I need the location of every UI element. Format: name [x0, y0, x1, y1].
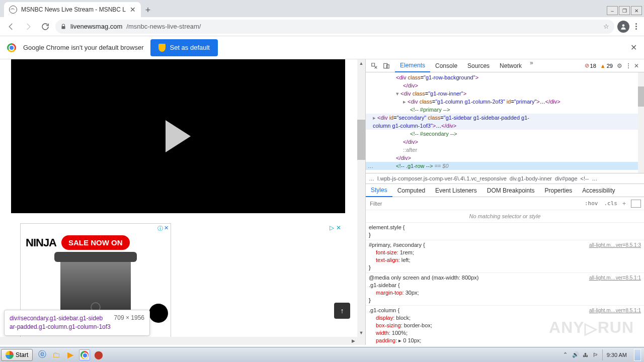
devtools-menu-button[interactable]	[626, 63, 631, 68]
scroll-down-arrow-icon[interactable]: ▼	[357, 329, 365, 337]
styles-tab-styles[interactable]: Styles	[366, 184, 392, 197]
devtools-tab-network[interactable]: Network	[495, 59, 527, 72]
devtools-panel: Elements Console Sources Network » ⊘18 ▲…	[365, 59, 644, 345]
devtools-tab-sources[interactable]: Sources	[462, 59, 495, 72]
bookmark-star-icon[interactable]: ☆	[603, 23, 609, 30]
window-maximize-button[interactable]: ❐	[619, 6, 630, 15]
no-match-message: No matching selector or style	[366, 210, 644, 223]
css-rules-pane[interactable]: element.style { } all-light.m…ver=8.5.1:…	[366, 223, 644, 345]
styles-tab-computed[interactable]: Computed	[392, 184, 430, 197]
dom-tree[interactable]: <div class="g1-row-background"> </div> <…	[366, 72, 644, 173]
devtools-close-button[interactable]: ✕	[632, 62, 641, 69]
styles-tabs: Styles Computed Event Listeners DOM Brea…	[366, 184, 644, 197]
error-count-badge[interactable]: ⊘18	[585, 62, 596, 69]
rule-source-link[interactable]: all-light.m…ver=8.5.1:1	[589, 274, 641, 282]
ad-product-image	[60, 256, 131, 316]
browser-tab[interactable]: MSNBC News Live Stream - MSNBC L ✕	[4, 2, 141, 17]
scrollbar-thumb[interactable]	[357, 120, 365, 160]
titlebar: MSNBC News Live Stream - MSNBC L ✕ + – ❐…	[0, 0, 644, 17]
taskbar-explorer-icon[interactable]: 🗀	[51, 349, 62, 360]
system-tray: ⌃ 🔊 🖧 🏳 9:30 AM	[562, 349, 643, 361]
page-scrollbar-horizontal[interactable]: ▶	[0, 337, 357, 345]
shield-icon	[158, 44, 166, 52]
chrome-icon	[7, 43, 16, 52]
styles-tab-properties[interactable]: Properties	[539, 184, 577, 197]
set-default-button[interactable]: Set as default	[150, 39, 218, 56]
scroll-to-top-button[interactable]: ↑	[334, 303, 350, 319]
video-player[interactable]	[11, 59, 345, 213]
styles-filter-bar: :hov .cls +	[366, 197, 644, 210]
page-scrollbar-vertical[interactable]: ▲ ▼	[357, 59, 365, 345]
play-icon[interactable]	[166, 120, 191, 152]
dom-scrollbar[interactable]	[638, 72, 644, 173]
styles-tab-accessibility[interactable]: Accessibility	[577, 184, 620, 197]
ad-brand: NINJA	[26, 236, 56, 249]
nav-forward-button[interactable]	[21, 20, 35, 34]
rule-source-link[interactable]: all-light.m…ver=8.5.1:1	[589, 307, 641, 314]
ad-close-icon[interactable]: ✕	[164, 225, 169, 232]
profile-avatar[interactable]	[617, 21, 629, 33]
start-label: Start	[16, 351, 28, 358]
ad-info-icon[interactable]: ⓘ	[157, 225, 163, 232]
main-area: ⓘ ✕ NINJA SALE NOW ON ▷ ✕ ↑ 709 × 1956 d…	[0, 59, 644, 345]
styles-filter-input[interactable]	[366, 197, 582, 210]
tray-flag-icon[interactable]: 🏳	[592, 351, 599, 358]
ad-sale-pill: SALE NOW ON	[61, 235, 130, 250]
favicon-globe-icon	[9, 6, 17, 14]
windows-orb-icon	[6, 351, 14, 359]
show-desktop-button[interactable]	[634, 349, 641, 361]
page-viewport: ⓘ ✕ NINJA SALE NOW ON ▷ ✕ ↑ 709 × 1956 d…	[0, 59, 365, 345]
hov-toggle[interactable]: :hov	[582, 200, 601, 207]
dom-breadcrumb[interactable]: … l.wpb-js-composer.js-comp-ver-6\.4\.1.…	[366, 173, 644, 184]
rule-source-link[interactable]: all-light.m…ver=8.5.1:3	[589, 241, 641, 249]
devtools-tabs-overflow[interactable]: »	[527, 59, 536, 72]
devtools-header: Elements Console Sources Network » ⊘18 ▲…	[366, 59, 644, 72]
warning-count-badge[interactable]: ▲29	[600, 63, 613, 69]
taskbar-chrome-icon[interactable]	[79, 349, 90, 360]
tab-close-icon[interactable]: ✕	[130, 6, 136, 14]
default-browser-message: Google Chrome isn't your default browser	[23, 44, 143, 51]
dom-overflow-icon[interactable]: ⋯	[368, 164, 373, 172]
taskbar-media-icon[interactable]: ▶	[65, 349, 76, 360]
cls-toggle[interactable]: .cls	[601, 200, 620, 207]
ad-close-right-icon[interactable]: ✕	[336, 224, 341, 231]
taskbar-app-icon[interactable]: ⬤	[93, 349, 104, 360]
window-minimize-button[interactable]: –	[607, 6, 618, 15]
inspect-element-button[interactable]	[369, 61, 380, 71]
new-style-rule-button[interactable]: +	[620, 200, 628, 207]
computed-pane-toggle-icon[interactable]	[631, 200, 641, 208]
tab-title: MSNBC News Live Stream - MSNBC L	[21, 6, 126, 13]
nav-reload-button[interactable]	[38, 20, 52, 34]
device-toolbar-button[interactable]	[381, 61, 392, 71]
chrome-menu-button[interactable]	[632, 23, 640, 30]
set-default-label: Set as default	[170, 44, 210, 51]
tray-volume-icon[interactable]: 🔊	[572, 351, 579, 358]
floating-action-dark[interactable]	[149, 304, 168, 323]
taskbar-clock[interactable]: 9:30 AM	[602, 349, 631, 360]
url-toolbar: livenewsmag.com/msnbc-news-live-stream/ …	[0, 17, 644, 36]
taskbar-ie-icon[interactable]: ⓔ	[37, 349, 48, 360]
start-button[interactable]: Start	[1, 349, 33, 361]
infobar-close-icon[interactable]: ✕	[630, 43, 637, 52]
default-browser-infobar: Google Chrome isn't your default browser…	[0, 36, 644, 59]
devtools-tab-console[interactable]: Console	[430, 59, 462, 72]
url-host: livenewsmag.com	[70, 23, 122, 30]
element-inspector-tooltip: 709 × 1956 div#secondary.g1-sidebar.g1-s…	[4, 310, 150, 336]
styles-tab-dombp[interactable]: DOM Breakpoints	[482, 184, 540, 197]
tray-network-icon[interactable]: 🖧	[582, 351, 589, 358]
devtools-tab-elements[interactable]: Elements	[395, 59, 430, 72]
address-bar[interactable]: livenewsmag.com/msnbc-news-live-stream/ …	[55, 20, 614, 34]
devtools-settings-button[interactable]: ⚙	[614, 61, 625, 71]
scroll-right-arrow-icon[interactable]: ▶	[349, 337, 357, 345]
new-tab-button[interactable]: +	[141, 3, 155, 17]
tray-expand-icon[interactable]: ⌃	[562, 351, 569, 358]
styles-tab-listeners[interactable]: Event Listeners	[430, 184, 482, 197]
ad-badge-right[interactable]: ▷ ✕	[330, 224, 341, 231]
scroll-up-arrow-icon[interactable]: ▲	[357, 59, 365, 67]
nav-back-button[interactable]	[4, 20, 18, 34]
svg-point-0	[622, 24, 625, 27]
lock-icon	[60, 24, 66, 30]
window-close-button[interactable]: ✕	[631, 6, 642, 15]
adchoices-icon[interactable]: ▷	[330, 224, 334, 231]
taskbar: Start ⓔ 🗀 ▶ ⬤ ⌃ 🔊 🖧 🏳 9:30 AM	[0, 347, 644, 362]
